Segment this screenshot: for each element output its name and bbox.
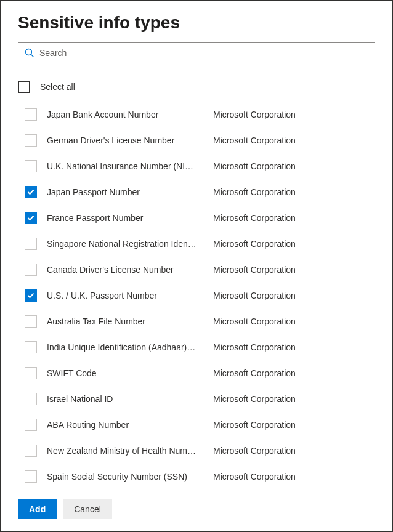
check-icon	[26, 188, 35, 196]
row-publisher: Microsoft Corporation	[212, 446, 392, 456]
row-name: France Passport Number	[47, 213, 202, 223]
row-name: Singapore National Registration Identity…	[47, 239, 202, 249]
row-publisher: Microsoft Corporation	[212, 161, 392, 171]
list-item[interactable]: SWIFT CodeMicrosoft Corporation	[18, 360, 392, 386]
svg-point-0	[26, 49, 32, 55]
row-name: Israel National ID	[47, 394, 202, 404]
row-publisher: Microsoft Corporation	[212, 342, 392, 352]
list-item[interactable]: Canada Driver's License NumberMicrosoft …	[18, 257, 392, 283]
row-checkbox[interactable]	[25, 445, 37, 457]
row-publisher: Microsoft Corporation	[212, 110, 392, 119]
row-publisher: Microsoft Corporation	[212, 239, 392, 249]
row-checkbox[interactable]	[25, 108, 37, 121]
list-item[interactable]: ABA Routing NumberMicrosoft Corporation	[18, 412, 392, 438]
cancel-button[interactable]: Cancel	[63, 499, 112, 519]
row-name: India Unique Identification (Aadhaar) Nu…	[47, 342, 202, 352]
row-checkbox[interactable]	[25, 264, 37, 276]
row-checkbox[interactable]	[25, 289, 37, 302]
list-item[interactable]: Singapore National Registration Identity…	[18, 231, 392, 257]
select-all-checkbox[interactable]	[18, 81, 30, 93]
row-checkbox[interactable]	[25, 160, 37, 172]
list-item[interactable]: Japan Bank Account NumberMicrosoft Corpo…	[18, 102, 392, 127]
row-name: Canada Driver's License Number	[47, 265, 202, 275]
row-publisher: Microsoft Corporation	[212, 394, 392, 404]
select-all-label: Select all	[40, 82, 75, 92]
row-publisher: Microsoft Corporation	[212, 187, 392, 197]
row-publisher: Microsoft Corporation	[212, 472, 392, 482]
row-checkbox[interactable]	[25, 419, 37, 431]
search-box[interactable]	[18, 42, 375, 63]
search-icon	[25, 48, 34, 58]
row-publisher: Microsoft Corporation	[212, 135, 392, 145]
check-icon	[26, 291, 35, 300]
row-name: ABA Routing Number	[47, 420, 202, 430]
search-input[interactable]	[39, 48, 368, 58]
row-name: Japan Passport Number	[47, 187, 202, 197]
row-checkbox[interactable]	[25, 238, 37, 250]
row-checkbox[interactable]	[25, 393, 37, 405]
svg-line-1	[31, 54, 33, 57]
page-title: Sensitive info types	[18, 13, 375, 33]
list-item[interactable]: Israel National IDMicrosoft Corporation	[18, 386, 392, 412]
row-checkbox[interactable]	[25, 134, 37, 147]
row-checkbox[interactable]	[25, 367, 37, 379]
list-item[interactable]: India Unique Identification (Aadhaar) Nu…	[18, 334, 392, 360]
row-publisher: Microsoft Corporation	[212, 420, 392, 430]
row-checkbox[interactable]	[25, 186, 37, 198]
row-name: U.S. / U.K. Passport Number	[47, 291, 202, 300]
row-checkbox[interactable]	[25, 315, 37, 328]
row-name: Spain Social Security Number (SSN)	[47, 472, 202, 482]
list-item[interactable]: France Passport NumberMicrosoft Corporat…	[18, 205, 392, 231]
list-item[interactable]: U.S. / U.K. Passport NumberMicrosoft Cor…	[18, 283, 392, 308]
add-button[interactable]: Add	[18, 499, 57, 519]
info-type-list[interactable]: Japan Bank Account NumberMicrosoft Corpo…	[1, 102, 392, 490]
row-name: Japan Bank Account Number	[47, 110, 202, 119]
list-item[interactable]: New Zealand Ministry of Health NumberMic…	[18, 438, 392, 464]
row-publisher: Microsoft Corporation	[212, 213, 392, 223]
row-publisher: Microsoft Corporation	[212, 368, 392, 378]
row-name: Australia Tax File Number	[47, 316, 202, 326]
list-item[interactable]: U.K. National Insurance Number (NINO)Mic…	[18, 153, 392, 179]
row-checkbox[interactable]	[25, 341, 37, 353]
row-checkbox[interactable]	[25, 212, 37, 224]
row-publisher: Microsoft Corporation	[212, 265, 392, 275]
list-item[interactable]: Japan Passport NumberMicrosoft Corporati…	[18, 179, 392, 205]
list-item[interactable]: Australia Tax File NumberMicrosoft Corpo…	[18, 308, 392, 334]
list-item[interactable]: German Driver's License NumberMicrosoft …	[18, 127, 392, 153]
row-name: U.K. National Insurance Number (NINO)	[47, 161, 202, 171]
row-checkbox[interactable]	[25, 470, 37, 483]
row-name: SWIFT Code	[47, 368, 202, 378]
row-name: New Zealand Ministry of Health Number	[47, 446, 202, 456]
row-publisher: Microsoft Corporation	[212, 316, 392, 326]
list-item[interactable]: Spain Social Security Number (SSN)Micros…	[18, 464, 392, 490]
row-name: German Driver's License Number	[47, 135, 202, 145]
row-publisher: Microsoft Corporation	[212, 291, 392, 300]
check-icon	[26, 214, 35, 222]
